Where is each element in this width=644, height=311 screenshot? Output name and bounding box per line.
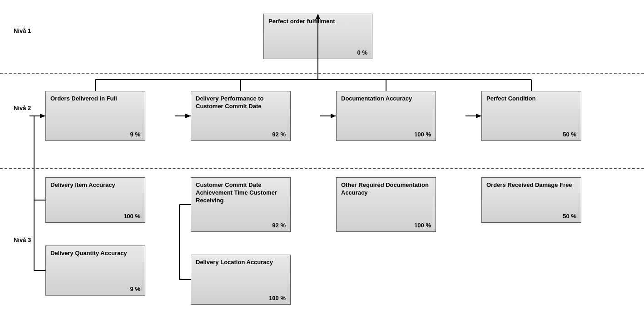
delivery-performance-title: Delivery Performance to Customer Commit … [196, 95, 286, 110]
level3-label: Nivå 3 [14, 236, 31, 243]
delivery-performance-box: Delivery Performance to Customer Commit … [191, 91, 291, 141]
documentation-accuracy-value: 100 % [414, 131, 431, 138]
svg-marker-15 [476, 114, 481, 118]
root-box: Perfect order fulfillment 0 % [263, 14, 372, 59]
documentation-accuracy-title: Documentation Accuracy [341, 95, 431, 103]
delivery-item-accuracy-value: 100 % [124, 213, 140, 220]
perfect-condition-title: Perfect Condition [486, 95, 576, 103]
level2-label: Nivå 2 [14, 105, 31, 111]
root-value: 0 % [357, 49, 367, 56]
svg-marker-9 [40, 114, 45, 118]
orders-delivered-title: Orders Delivered in Full [50, 95, 140, 103]
delivery-performance-value: 92 % [272, 131, 286, 138]
delivery-location-accuracy-title: Delivery Location Accuracy [196, 259, 286, 266]
perfect-condition-box: Perfect Condition 50 % [481, 91, 581, 141]
delivery-item-accuracy-box: Delivery Item Accuracy 100 % [45, 177, 145, 223]
documentation-accuracy-box: Documentation Accuracy 100 % [336, 91, 436, 141]
level1-label: Nivå 1 [14, 27, 31, 34]
delivery-item-accuracy-title: Delivery Item Accuracy [50, 181, 140, 189]
delivery-quantity-accuracy-value: 9 % [130, 286, 140, 292]
diagram-container: Nivå 1 Nivå 2 Nivå 3 Perfect order fulfi… [0, 0, 644, 311]
orders-delivered-box: Orders Delivered in Full 9 % [45, 91, 145, 141]
root-title: Perfect order fulfillment [268, 18, 367, 25]
other-required-doc-value: 100 % [414, 222, 431, 229]
dashed-line-2 [0, 168, 644, 169]
customer-commit-date-value: 92 % [272, 222, 286, 229]
orders-received-damage-box: Orders Received Damage Free 50 % [481, 177, 581, 223]
orders-received-damage-title: Orders Received Damage Free [486, 181, 576, 189]
delivery-quantity-accuracy-title: Delivery Quantity Accuracy [50, 250, 140, 257]
svg-marker-11 [185, 114, 191, 118]
perfect-condition-value: 50 % [563, 131, 576, 138]
dashed-line-1 [0, 73, 644, 74]
delivery-location-accuracy-value: 100 % [269, 295, 286, 301]
delivery-location-accuracy-box: Delivery Location Accuracy 100 % [191, 255, 291, 305]
delivery-quantity-accuracy-box: Delivery Quantity Accuracy 9 % [45, 246, 145, 296]
customer-commit-date-title: Customer Commit Date Achievement Time Cu… [196, 181, 286, 205]
orders-delivered-value: 9 % [130, 131, 140, 138]
customer-commit-date-box: Customer Commit Date Achievement Time Cu… [191, 177, 291, 232]
other-required-doc-title: Other Required Documentation Accuracy [341, 181, 431, 197]
orders-received-damage-value: 50 % [563, 213, 576, 220]
other-required-doc-box: Other Required Documentation Accuracy 10… [336, 177, 436, 232]
svg-marker-13 [331, 114, 336, 118]
